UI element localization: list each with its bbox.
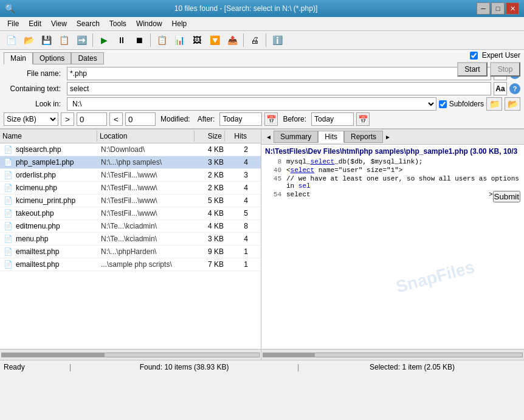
containing-text-input[interactable] <box>67 82 491 95</box>
file-row[interactable]: 📄 php_sample1.php N:\...\php samples\ 3 … <box>0 156 261 169</box>
new-button[interactable]: 📄 <box>2 32 19 48</box>
file-hits: 1 <box>226 260 250 269</box>
col-header-location[interactable]: Location <box>97 131 195 142</box>
after-calendar-button[interactable]: 📅 <box>264 112 278 126</box>
menu-view[interactable]: View <box>46 18 72 29</box>
view-detail-button[interactable]: 📊 <box>171 32 188 48</box>
highlight-select: select <box>311 158 335 165</box>
preview-scrollbar[interactable] <box>261 349 524 360</box>
file-name: editmenu.php <box>13 222 98 230</box>
menu-window[interactable]: Window <box>131 18 167 29</box>
col-header-name[interactable]: Name <box>0 131 97 142</box>
play-button[interactable]: ▶ <box>95 32 112 48</box>
col-header-hits[interactable]: Hits <box>225 131 249 142</box>
size-row: Size (kB) > < Modified: After: 📅 Before:… <box>4 112 520 126</box>
print-button[interactable]: 🖨 <box>246 32 263 48</box>
containing-aa-button[interactable]: Aa <box>494 82 507 95</box>
tab-dates[interactable]: Dates <box>71 52 103 64</box>
preview-prev-button[interactable]: ◄ <box>264 132 274 142</box>
file-hits: 4 <box>226 184 250 192</box>
menu-tools[interactable]: Tools <box>105 18 131 29</box>
stop-button[interactable]: ⏹ <box>131 32 148 48</box>
file-list-scrollbar[interactable] <box>0 349 261 360</box>
highlight-select: select <box>291 167 315 174</box>
before-date-input[interactable] <box>311 112 354 126</box>
containing-help-icon[interactable]: ? <box>509 83 520 94</box>
file-row[interactable]: 📄 emailtest.php N:\...\phpHarden\ 9 KB 1 <box>0 246 261 258</box>
size-min-input[interactable] <box>77 112 107 126</box>
tab-options[interactable]: Options <box>33 52 71 64</box>
containing-text-row: Containing text: Aa ? <box>4 82 520 95</box>
info-button[interactable]: ℹ️ <box>269 32 286 48</box>
after-date-input[interactable] <box>219 112 262 126</box>
menu-bar: File Edit View Search Tools Window Help <box>0 17 524 31</box>
file-size: 2 KB <box>196 171 226 179</box>
line-number: 54 <box>265 191 286 198</box>
view-thumb-button[interactable]: 🖼 <box>188 32 205 48</box>
file-row[interactable]: 📄 takeout.php N:\TestFil...\www\ 4 KB 5 <box>0 207 261 220</box>
ptab-hits[interactable]: Hits <box>318 131 344 143</box>
maximize-button[interactable]: □ <box>491 2 505 15</box>
tab-main[interactable]: Main <box>4 52 33 64</box>
filter-button[interactable]: 🔽 <box>206 32 223 48</box>
open-button[interactable]: 📂 <box>20 32 37 48</box>
save-button[interactable]: 💾 <box>38 32 55 48</box>
expert-user-checkbox[interactable] <box>470 52 478 60</box>
size-max-input[interactable] <box>125 112 156 126</box>
file-row[interactable]: 📄 editmenu.php N:\Te...\kciadmin\ 4 KB 8 <box>0 220 261 233</box>
line-content: select <box>286 191 489 198</box>
file-row[interactable]: 📄 orderlist.php N:\TestFil...\www\ 2 KB … <box>0 169 261 182</box>
preview-next-button[interactable]: ► <box>383 132 393 142</box>
lookin-select[interactable]: N:\ <box>67 97 436 111</box>
file-size: 5 KB <box>196 196 226 205</box>
file-hits: 1 <box>226 247 250 256</box>
preview-line: 40 <select name="user" size="1"> <box>265 167 520 174</box>
preview-scroll-thumb <box>263 353 315 357</box>
file-row[interactable]: 📄 emailtest.php ...\sample php scripts\ … <box>0 258 261 271</box>
scroll-thumb <box>2 353 105 357</box>
start-button[interactable]: Start <box>457 62 488 77</box>
close-button[interactable]: ✕ <box>506 2 519 15</box>
line-content: // we have at least one user, so show al… <box>286 175 520 190</box>
subfolders-label: Subfolders <box>449 100 484 108</box>
highlight-link: sel <box>298 182 311 190</box>
export-button[interactable]: ➡️ <box>73 32 90 48</box>
browse-folder-button[interactable]: 📁 <box>486 97 502 111</box>
file-location: N:\TestFil...\www\ <box>98 196 196 205</box>
line-number: 40 <box>265 167 286 174</box>
preview-scroll-track <box>263 353 523 357</box>
file-row[interactable]: 📄 kcimenu_print.php N:\TestFil...\www\ 5… <box>0 195 261 207</box>
before-calendar-button[interactable]: 📅 <box>356 112 370 126</box>
filename-row: File name: Aa ? <box>4 67 520 80</box>
save-as-button[interactable]: 📋 <box>55 32 72 48</box>
preview-line: 45 // we have at least one user, so show… <box>265 175 520 190</box>
file-row[interactable]: 📄 kcimenu.php N:\TestFil...\www\ 2 KB 4 <box>0 182 261 195</box>
ptab-reports[interactable]: Reports <box>344 131 383 143</box>
file-rows: 📄 sqlsearch.php N:\Download\ 4 KB 2 📄 ph… <box>0 143 261 349</box>
menu-edit[interactable]: Edit <box>24 18 46 29</box>
copy-button[interactable]: 📤 <box>224 32 241 48</box>
greater-than-button[interactable]: > <box>61 112 74 126</box>
content-area: Name Location Size Hits 📄 sqlsearch.php … <box>0 129 524 360</box>
filename-input[interactable] <box>67 67 491 80</box>
stop-button[interactable]: Stop <box>490 62 520 77</box>
file-row[interactable]: 📄 sqlsearch.php N:\Download\ 4 KB 2 <box>0 143 261 156</box>
menu-search[interactable]: Search <box>72 18 105 29</box>
less-than-button[interactable]: < <box>109 112 123 126</box>
file-size: 7 KB <box>196 260 226 269</box>
file-location: N:\...\phpHarden\ <box>98 247 196 256</box>
view-list-button[interactable]: 📋 <box>153 32 170 48</box>
pause-button[interactable]: ⏸ <box>113 32 130 48</box>
file-row[interactable]: 📄 menu.php N:\Te...\kciadmin\ 3 KB 4 <box>0 233 261 246</box>
size-select[interactable]: Size (kB) <box>4 112 58 126</box>
file-icon: 📄 <box>2 170 13 181</box>
subfolders-checkbox[interactable] <box>439 100 447 108</box>
col-header-size[interactable]: Size <box>195 131 225 142</box>
menu-file[interactable]: File <box>2 18 24 29</box>
menu-help[interactable]: Help <box>167 18 192 29</box>
ptab-summary[interactable]: Summary <box>274 131 318 143</box>
file-icon: 📄 <box>2 157 13 168</box>
add-folder-button[interactable]: 📂 <box>505 97 520 111</box>
minimize-button[interactable]: ─ <box>477 2 490 15</box>
scroll-track <box>1 353 260 357</box>
